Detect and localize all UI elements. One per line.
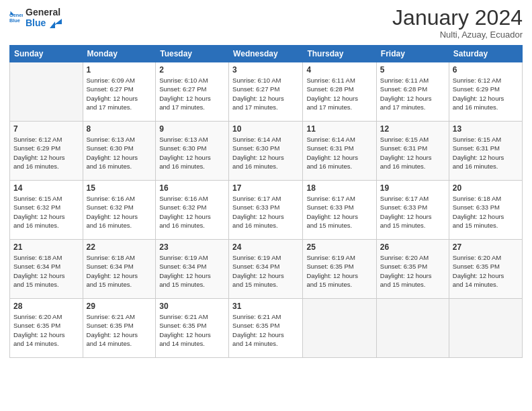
month-title: January 2024 — [392, 7, 523, 28]
day-info: Sunrise: 6:17 AMSunset: 6:33 PMDaylight:… — [380, 194, 445, 230]
day-info: Sunrise: 6:14 AMSunset: 6:30 PMDaylight:… — [232, 135, 299, 171]
day-number: 30 — [159, 302, 225, 311]
day-number: 4 — [306, 65, 372, 75]
day-number: 15 — [87, 183, 152, 193]
table-row: 14Sunrise: 6:15 AMSunset: 6:32 PMDayligh… — [10, 181, 83, 240]
day-number: 10 — [232, 124, 299, 134]
day-info: Sunrise: 6:20 AMSunset: 6:35 PMDaylight:… — [13, 312, 79, 348]
table-row: 17Sunrise: 6:17 AMSunset: 6:33 PMDayligh… — [229, 181, 303, 240]
table-row: 31Sunrise: 6:21 AMSunset: 6:35 PMDayligh… — [229, 299, 303, 358]
page: General Blue General Blue January 2024 N… — [0, 0, 532, 411]
day-number: 18 — [306, 183, 372, 193]
day-number: 29 — [87, 302, 152, 311]
table-row: 28Sunrise: 6:20 AMSunset: 6:35 PMDayligh… — [10, 299, 83, 358]
day-number: 1 — [87, 65, 152, 75]
table-row: 19Sunrise: 6:17 AMSunset: 6:33 PMDayligh… — [376, 181, 449, 240]
table-row: 5Sunrise: 6:11 AMSunset: 6:28 PMDaylight… — [376, 62, 449, 122]
table-row: 11Sunrise: 6:14 AMSunset: 6:31 PMDayligh… — [303, 122, 376, 181]
table-row — [449, 299, 522, 358]
col-thursday: Thursday — [303, 46, 376, 62]
table-row: 2Sunrise: 6:10 AMSunset: 6:27 PMDaylight… — [156, 62, 229, 122]
day-number: 9 — [159, 124, 225, 134]
title-section: January 2024 Nulti, Azuay, Ecuador — [392, 7, 523, 40]
table-row: 7Sunrise: 6:12 AMSunset: 6:29 PMDaylight… — [10, 122, 83, 181]
day-info: Sunrise: 6:17 AMSunset: 6:33 PMDaylight:… — [306, 194, 372, 230]
table-row: 30Sunrise: 6:21 AMSunset: 6:35 PMDayligh… — [156, 299, 229, 358]
day-info: Sunrise: 6:17 AMSunset: 6:33 PMDaylight:… — [232, 194, 299, 230]
table-row: 3Sunrise: 6:10 AMSunset: 6:27 PMDaylight… — [229, 62, 303, 122]
table-row: 15Sunrise: 6:16 AMSunset: 6:32 PMDayligh… — [83, 181, 156, 240]
day-number: 23 — [159, 242, 225, 252]
table-row: 6Sunrise: 6:12 AMSunset: 6:29 PMDaylight… — [449, 62, 522, 122]
day-number: 2 — [159, 65, 225, 75]
col-friday: Friday — [376, 46, 449, 62]
day-number: 5 — [380, 65, 445, 75]
day-number: 27 — [453, 242, 519, 252]
day-info: Sunrise: 6:19 AMSunset: 6:35 PMDaylight:… — [306, 253, 372, 289]
day-info: Sunrise: 6:10 AMSunset: 6:27 PMDaylight:… — [159, 76, 225, 111]
day-number: 11 — [306, 124, 372, 134]
header: General Blue General Blue January 2024 N… — [9, 7, 523, 40]
table-row: 24Sunrise: 6:19 AMSunset: 6:34 PMDayligh… — [229, 240, 303, 299]
col-monday: Monday — [83, 46, 156, 62]
day-info: Sunrise: 6:09 AMSunset: 6:27 PMDaylight:… — [87, 76, 152, 111]
table-row: 10Sunrise: 6:14 AMSunset: 6:30 PMDayligh… — [229, 122, 303, 181]
day-info: Sunrise: 6:15 AMSunset: 6:31 PMDaylight:… — [453, 135, 519, 171]
table-row: 9Sunrise: 6:13 AMSunset: 6:30 PMDaylight… — [156, 122, 229, 181]
day-number: 16 — [159, 183, 225, 193]
table-row: 21Sunrise: 6:18 AMSunset: 6:34 PMDayligh… — [10, 240, 83, 299]
table-row: 25Sunrise: 6:19 AMSunset: 6:35 PMDayligh… — [303, 240, 376, 299]
day-number: 25 — [306, 242, 372, 252]
svg-marker-4 — [50, 21, 55, 28]
table-row — [303, 299, 376, 358]
day-number: 20 — [453, 183, 519, 193]
table-row: 13Sunrise: 6:15 AMSunset: 6:31 PMDayligh… — [449, 122, 522, 181]
table-row: 12Sunrise: 6:15 AMSunset: 6:31 PMDayligh… — [376, 122, 449, 181]
day-number: 13 — [453, 124, 519, 134]
table-row: 1Sunrise: 6:09 AMSunset: 6:27 PMDaylight… — [83, 62, 156, 122]
day-info: Sunrise: 6:11 AMSunset: 6:28 PMDaylight:… — [380, 76, 445, 111]
day-number: 19 — [380, 183, 445, 193]
svg-text:Blue: Blue — [9, 18, 20, 24]
day-info: Sunrise: 6:15 AMSunset: 6:31 PMDaylight:… — [380, 135, 445, 171]
day-info: Sunrise: 6:21 AMSunset: 6:35 PMDaylight:… — [87, 312, 152, 348]
col-wednesday: Wednesday — [229, 46, 303, 62]
day-info: Sunrise: 6:12 AMSunset: 6:29 PMDaylight:… — [13, 135, 79, 171]
table-row: 8Sunrise: 6:13 AMSunset: 6:30 PMDaylight… — [83, 122, 156, 181]
day-number: 12 — [380, 124, 445, 134]
table-row: 16Sunrise: 6:16 AMSunset: 6:32 PMDayligh… — [156, 181, 229, 240]
logo-line2: Blue — [26, 17, 62, 28]
day-info: Sunrise: 6:15 AMSunset: 6:32 PMDaylight:… — [13, 194, 79, 230]
day-info: Sunrise: 6:20 AMSunset: 6:35 PMDaylight:… — [453, 253, 519, 289]
col-tuesday: Tuesday — [156, 46, 229, 62]
location: Nulti, Azuay, Ecuador — [392, 30, 523, 40]
table-row: 23Sunrise: 6:19 AMSunset: 6:34 PMDayligh… — [156, 240, 229, 299]
table-row — [10, 62, 83, 122]
day-number: 22 — [87, 242, 152, 252]
day-info: Sunrise: 6:18 AMSunset: 6:34 PMDaylight:… — [87, 253, 152, 289]
day-info: Sunrise: 6:18 AMSunset: 6:33 PMDaylight:… — [453, 194, 519, 230]
day-info: Sunrise: 6:16 AMSunset: 6:32 PMDaylight:… — [159, 194, 225, 230]
logo-bird-icon — [50, 19, 62, 28]
day-info: Sunrise: 6:21 AMSunset: 6:35 PMDaylight:… — [159, 312, 225, 348]
table-row — [376, 299, 449, 358]
col-sunday: Sunday — [10, 46, 83, 62]
day-info: Sunrise: 6:13 AMSunset: 6:30 PMDaylight:… — [159, 135, 225, 171]
day-info: Sunrise: 6:10 AMSunset: 6:27 PMDaylight:… — [232, 76, 299, 111]
day-info: Sunrise: 6:14 AMSunset: 6:31 PMDaylight:… — [306, 135, 372, 171]
day-number: 24 — [232, 242, 299, 252]
calendar-table: Sunday Monday Tuesday Wednesday Thursday… — [9, 45, 523, 358]
day-info: Sunrise: 6:21 AMSunset: 6:35 PMDaylight:… — [232, 312, 299, 348]
table-row: 18Sunrise: 6:17 AMSunset: 6:33 PMDayligh… — [303, 181, 376, 240]
day-info: Sunrise: 6:13 AMSunset: 6:30 PMDaylight:… — [87, 135, 152, 171]
col-saturday: Saturday — [449, 46, 522, 62]
day-number: 21 — [13, 242, 79, 252]
logo-icon: General Blue — [9, 11, 23, 24]
logo: General Blue General Blue — [9, 7, 62, 28]
day-info: Sunrise: 6:16 AMSunset: 6:32 PMDaylight:… — [87, 194, 152, 230]
day-info: Sunrise: 6:19 AMSunset: 6:34 PMDaylight:… — [232, 253, 299, 289]
table-row: 29Sunrise: 6:21 AMSunset: 6:35 PMDayligh… — [83, 299, 156, 358]
day-number: 28 — [13, 302, 79, 311]
day-number: 31 — [232, 302, 299, 311]
table-row: 27Sunrise: 6:20 AMSunset: 6:35 PMDayligh… — [449, 240, 522, 299]
